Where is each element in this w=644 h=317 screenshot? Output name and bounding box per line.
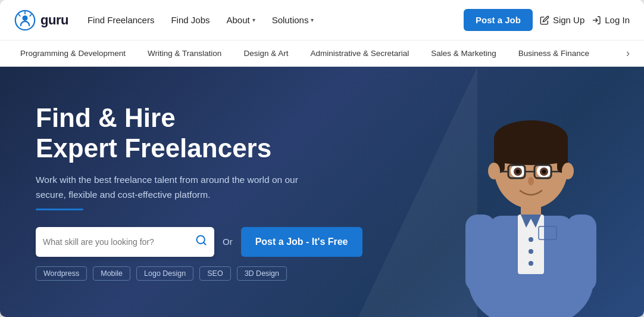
tag-wordpress[interactable]: Wordpress (36, 266, 87, 281)
svg-point-25 (542, 170, 546, 174)
category-programming[interactable]: Programming & Development (10, 41, 137, 66)
post-job-nav-button[interactable]: Post a Job (464, 9, 533, 31)
logo-text: guru (40, 13, 68, 28)
category-sales[interactable]: Sales & Marketing (420, 41, 508, 66)
svg-line-7 (204, 243, 206, 245)
hero-section: Find & Hire Expert Freelancers Work with… (0, 67, 644, 317)
nav-actions: Post a Job Sign Up Log In (464, 9, 630, 31)
browser-window: guru Find Freelancers Find Jobs About ▾ … (0, 0, 644, 317)
tags-row: Wordpress Mobile Logo Design SEO 3D Desi… (36, 266, 362, 281)
tag-seo[interactable]: SEO (199, 266, 230, 281)
svg-point-24 (516, 170, 520, 174)
svg-rect-35 (465, 215, 495, 292)
logo[interactable]: guru (14, 10, 68, 31)
log-in-button[interactable]: Log In (592, 15, 630, 25)
search-row: Or Post a Job - It's Free (36, 227, 362, 257)
category-writing[interactable]: Writing & Translation (137, 41, 233, 66)
hero-person-image (436, 67, 626, 317)
svg-point-18 (488, 163, 500, 179)
guru-logo-icon (14, 10, 36, 31)
search-icon (195, 234, 207, 249)
category-admin[interactable]: Administrative & Secretarial (299, 41, 420, 66)
svg-line-4 (18, 14, 20, 16)
search-box (36, 227, 214, 257)
sign-up-icon (540, 15, 549, 25)
svg-point-19 (562, 163, 574, 179)
nav-solutions[interactable]: Solutions ▾ (272, 15, 314, 25)
category-business[interactable]: Business & Finance (508, 41, 601, 66)
hero-title: Find & Hire Expert Freelancers (36, 103, 362, 163)
post-job-hero-button[interactable]: Post a Job - It's Free (241, 227, 362, 257)
hero-subtitle: Work with the best freelance talent from… (36, 173, 310, 203)
svg-rect-36 (567, 215, 596, 292)
hero-content: Find & Hire Expert Freelancers Work with… (36, 103, 362, 281)
tag-mobile[interactable]: Mobile (93, 266, 130, 281)
svg-point-34 (529, 261, 533, 266)
nav-find-freelancers[interactable]: Find Freelancers (87, 15, 155, 25)
svg-point-33 (529, 249, 533, 254)
tag-logo-design[interactable]: Logo Design (136, 266, 193, 281)
hero-divider (36, 209, 83, 210)
svg-point-32 (529, 237, 533, 242)
log-in-icon (592, 15, 601, 25)
search-input[interactable] (43, 237, 195, 247)
category-bar: Programming & Development Writing & Tran… (0, 41, 644, 67)
navbar: guru Find Freelancers Find Jobs About ▾ … (0, 0, 644, 41)
tag-3d-design[interactable]: 3D Design (237, 266, 287, 281)
nav-links: Find Freelancers Find Jobs About ▾ Solut… (87, 15, 464, 25)
svg-point-1 (23, 15, 28, 20)
sign-up-button[interactable]: Sign Up (540, 15, 584, 25)
about-chevron-icon: ▾ (252, 17, 255, 23)
svg-point-31 (528, 177, 534, 185)
svg-point-15 (494, 153, 568, 165)
category-more-button[interactable]: › (621, 47, 634, 60)
nav-find-jobs[interactable]: Find Jobs (171, 15, 210, 25)
or-text: Or (223, 237, 233, 247)
category-design[interactable]: Design & Art (233, 41, 299, 66)
nav-about[interactable]: About ▾ (226, 15, 255, 25)
solutions-chevron-icon: ▾ (311, 17, 314, 23)
svg-line-3 (30, 14, 32, 16)
